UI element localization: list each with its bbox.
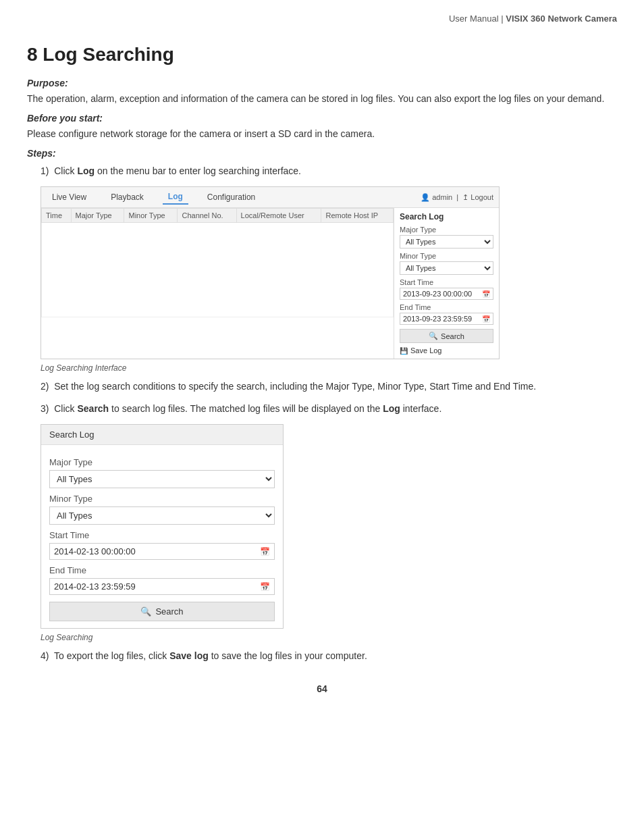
purpose-label: Purpose: bbox=[27, 78, 617, 88]
page-number: 64 bbox=[27, 683, 617, 694]
sidebar-title-small: Search Log bbox=[400, 212, 493, 221]
big-start-time-label: Start Time bbox=[49, 530, 275, 540]
sidebar-start-label-small: Start Time bbox=[400, 278, 493, 286]
th-channel-no: Channel No. bbox=[178, 209, 236, 223]
nav-live-view[interactable]: Live View bbox=[47, 190, 92, 204]
save-log-label: Save Log bbox=[410, 346, 441, 355]
calendar-icon-start-big[interactable]: 📅 bbox=[260, 547, 270, 556]
nav-playback[interactable]: Playback bbox=[105, 190, 149, 204]
step-3: 3) Click Search to search log files. The… bbox=[41, 402, 617, 416]
log-table-area: Time Major Type Minor Type Channel No. L… bbox=[41, 208, 394, 359]
save-icon-small: 💾 bbox=[400, 347, 408, 355]
log-table: Time Major Type Minor Type Channel No. L… bbox=[41, 208, 394, 317]
caption-1: Log Searching Interface bbox=[41, 363, 617, 373]
th-major-type: Major Type bbox=[71, 209, 124, 223]
big-panel: Search Log Major Type All Types Minor Ty… bbox=[41, 424, 284, 629]
save-log-row[interactable]: 💾 Save Log bbox=[400, 346, 493, 355]
sidebar-minor-label-small: Minor Type bbox=[400, 252, 493, 260]
step-4-bold: Save log bbox=[169, 650, 209, 661]
major-type-select-big[interactable]: All Types bbox=[49, 470, 275, 488]
nav-configuration[interactable]: Configuration bbox=[202, 190, 261, 204]
start-time-value-small: 2013-09-23 00:00:00 bbox=[403, 290, 472, 298]
step-1-num: 1) bbox=[41, 165, 51, 176]
search-button-small[interactable]: 🔍 Search bbox=[400, 329, 493, 343]
big-start-time-field[interactable]: 2014-02-13 00:00:00 📅 bbox=[49, 543, 275, 560]
before-start-text: Please configure network storage for the… bbox=[27, 127, 617, 141]
purpose-text: The operation, alarm, exception and info… bbox=[27, 92, 617, 106]
big-panel-title: Search Log bbox=[41, 425, 283, 445]
header-bold: VISIX 360 Network Camera bbox=[506, 14, 617, 24]
search-btn-label-big: Search bbox=[155, 606, 183, 617]
step-1: 1) Click Log on the menu bar to enter lo… bbox=[41, 164, 617, 178]
step-2-text: Set the log search conditions to specify… bbox=[54, 381, 536, 392]
step-1-bold: Log bbox=[77, 165, 95, 176]
big-minor-type-label: Minor Type bbox=[49, 494, 275, 504]
search-icon-big: 🔍 bbox=[140, 606, 151, 617]
search-btn-label-small: Search bbox=[441, 332, 464, 340]
step-4-num: 4) bbox=[41, 650, 51, 661]
big-end-time-field[interactable]: 2014-02-13 23:59:59 📅 bbox=[49, 578, 275, 595]
calendar-icon-end-small[interactable]: 📅 bbox=[482, 315, 490, 323]
step-3-text-after: to search log files. The matched log fil… bbox=[109, 403, 383, 414]
step-3-bold2: Log bbox=[383, 403, 400, 414]
step-4: 4) To export the log files, click Save l… bbox=[41, 649, 617, 663]
search-icon-small: 🔍 bbox=[429, 332, 438, 340]
minor-type-select-big[interactable]: All Types bbox=[49, 506, 275, 525]
big-end-time-value: 2014-02-13 23:59:59 bbox=[54, 581, 136, 592]
step-3-text-before: Click bbox=[54, 403, 77, 414]
step-3-text-end: interface. bbox=[400, 403, 441, 414]
big-start-time-value: 2014-02-13 00:00:00 bbox=[54, 546, 136, 556]
th-local-remote-user: Local/Remote User bbox=[236, 209, 321, 223]
table-row bbox=[42, 223, 394, 317]
step-4-text-before: To export the log files, click bbox=[54, 650, 169, 661]
th-time: Time bbox=[42, 209, 72, 223]
sidebar-end-label-small: End Time bbox=[400, 303, 493, 311]
screenshot-nav: Live View Playback Log Configuration 👤 a… bbox=[41, 187, 499, 208]
calendar-icon-end-big[interactable]: 📅 bbox=[260, 582, 270, 592]
calendar-icon-start-small[interactable]: 📅 bbox=[482, 290, 490, 298]
big-panel-body: Major Type All Types Minor Type All Type… bbox=[41, 445, 283, 628]
nav-log[interactable]: Log bbox=[163, 190, 188, 205]
sidebar-end-time-small[interactable]: 2013-09-23 23:59:59 📅 bbox=[400, 313, 493, 325]
step-1-text-after: on the menu bar to enter log searching i… bbox=[95, 165, 301, 176]
th-minor-type: Minor Type bbox=[124, 209, 178, 223]
screenshot-box-1: Live View Playback Log Configuration 👤 a… bbox=[41, 186, 500, 359]
steps-label: Steps: bbox=[27, 148, 617, 159]
sidebar-major-label-small: Major Type bbox=[400, 226, 493, 234]
caption-2: Log Searching bbox=[41, 633, 617, 642]
sidebar-start-time-small[interactable]: 2013-09-23 00:00:00 📅 bbox=[400, 288, 493, 300]
screenshot-content: Time Major Type Minor Type Channel No. L… bbox=[41, 208, 499, 359]
step-3-bold: Search bbox=[77, 403, 109, 414]
page-header: User Manual | VISIX 360 Network Camera bbox=[27, 14, 617, 30]
search-button-big[interactable]: 🔍 Search bbox=[49, 602, 275, 621]
big-end-time-label: End Time bbox=[49, 565, 275, 575]
step-4-text-after: to save the log files in your computer. bbox=[209, 650, 367, 661]
before-start-label: Before you start: bbox=[27, 113, 617, 124]
end-time-value-small: 2013-09-23 23:59:59 bbox=[403, 315, 472, 323]
step-3-num: 3) bbox=[41, 403, 51, 414]
nav-user-info: 👤 admin | ↥ Logout bbox=[421, 193, 493, 202]
step-1-text-before: Click bbox=[54, 165, 77, 176]
chapter-title: 8 Log Searching bbox=[27, 44, 617, 66]
sidebar-panel-small: Search Log Major Type All Types Minor Ty… bbox=[394, 208, 499, 359]
big-major-type-label: Major Type bbox=[49, 457, 275, 467]
step-2: 2) Set the log search conditions to spec… bbox=[41, 380, 617, 394]
major-type-select-small[interactable]: All Types bbox=[400, 235, 493, 249]
th-remote-host-ip: Remote Host IP bbox=[321, 209, 394, 223]
step-2-num: 2) bbox=[41, 381, 51, 392]
minor-type-select-small[interactable]: All Types bbox=[400, 261, 493, 275]
header-text: User Manual | bbox=[449, 14, 506, 24]
